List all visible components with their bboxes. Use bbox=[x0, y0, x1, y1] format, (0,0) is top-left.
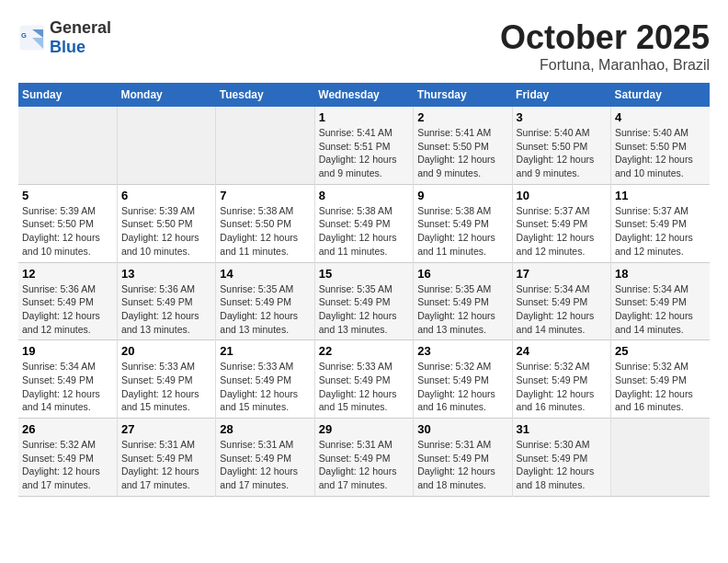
day-info: Sunrise: 5:40 AMSunset: 5:50 PMDaylight:… bbox=[615, 126, 706, 180]
day-number: 25 bbox=[615, 344, 706, 358]
week-row-5: 26Sunrise: 5:32 AMSunset: 5:49 PMDayligh… bbox=[18, 419, 710, 497]
day-info: Sunrise: 5:31 AMSunset: 5:49 PMDaylight:… bbox=[319, 438, 409, 492]
calendar-cell bbox=[117, 107, 215, 184]
calendar-cell: 3Sunrise: 5:40 AMSunset: 5:50 PMDaylight… bbox=[512, 107, 610, 184]
day-number: 6 bbox=[121, 189, 211, 202]
day-number: 27 bbox=[121, 422, 211, 436]
day-number: 22 bbox=[319, 344, 409, 358]
day-number: 23 bbox=[417, 344, 507, 358]
day-info: Sunrise: 5:31 AMSunset: 5:49 PMDaylight:… bbox=[121, 438, 211, 492]
weekday-header-friday: Friday bbox=[512, 83, 610, 107]
logo-text: General Blue bbox=[50, 18, 111, 57]
calendar-cell: 6Sunrise: 5:39 AMSunset: 5:50 PMDaylight… bbox=[117, 184, 215, 262]
day-number: 17 bbox=[517, 267, 607, 281]
day-info: Sunrise: 5:32 AMSunset: 5:49 PMDaylight:… bbox=[22, 438, 113, 492]
weekday-header-tuesday: Tuesday bbox=[216, 83, 314, 107]
calendar-cell: 29Sunrise: 5:31 AMSunset: 5:49 PMDayligh… bbox=[314, 419, 413, 497]
day-info: Sunrise: 5:32 AMSunset: 5:49 PMDaylight:… bbox=[615, 360, 706, 414]
calendar-cell: 7Sunrise: 5:38 AMSunset: 5:50 PMDaylight… bbox=[216, 184, 314, 262]
day-number: 4 bbox=[615, 110, 706, 124]
calendar-cell: 12Sunrise: 5:36 AMSunset: 5:49 PMDayligh… bbox=[18, 262, 117, 340]
weekday-header-row: SundayMondayTuesdayWednesdayThursdayFrid… bbox=[18, 83, 710, 107]
day-info: Sunrise: 5:41 AMSunset: 5:51 PMDaylight:… bbox=[319, 126, 409, 180]
day-number: 15 bbox=[319, 267, 409, 281]
day-info: Sunrise: 5:36 AMSunset: 5:49 PMDaylight:… bbox=[22, 282, 113, 337]
calendar-cell: 1Sunrise: 5:41 AMSunset: 5:51 PMDaylight… bbox=[314, 107, 413, 184]
day-number: 20 bbox=[121, 344, 211, 358]
day-info: Sunrise: 5:36 AMSunset: 5:49 PMDaylight:… bbox=[121, 282, 211, 337]
day-info: Sunrise: 5:31 AMSunset: 5:49 PMDaylight:… bbox=[220, 438, 310, 492]
day-info: Sunrise: 5:34 AMSunset: 5:49 PMDaylight:… bbox=[615, 282, 706, 337]
weekday-header-wednesday: Wednesday bbox=[314, 83, 413, 107]
calendar-table: SundayMondayTuesdayWednesdayThursdayFrid… bbox=[18, 83, 710, 497]
day-info: Sunrise: 5:39 AMSunset: 5:50 PMDaylight:… bbox=[22, 204, 113, 259]
day-number: 11 bbox=[615, 189, 706, 202]
calendar-cell bbox=[216, 107, 314, 184]
day-info: Sunrise: 5:35 AMSunset: 5:49 PMDaylight:… bbox=[319, 282, 409, 337]
day-info: Sunrise: 5:31 AMSunset: 5:49 PMDaylight:… bbox=[417, 438, 507, 492]
weekday-header-sunday: Sunday bbox=[18, 83, 117, 107]
day-info: Sunrise: 5:34 AMSunset: 5:49 PMDaylight:… bbox=[517, 282, 607, 337]
calendar-cell: 21Sunrise: 5:33 AMSunset: 5:49 PMDayligh… bbox=[216, 340, 314, 419]
calendar-cell: 13Sunrise: 5:36 AMSunset: 5:49 PMDayligh… bbox=[117, 262, 215, 340]
day-info: Sunrise: 5:37 AMSunset: 5:49 PMDaylight:… bbox=[517, 204, 607, 259]
week-row-2: 5Sunrise: 5:39 AMSunset: 5:50 PMDaylight… bbox=[18, 184, 710, 262]
calendar-cell: 16Sunrise: 5:35 AMSunset: 5:49 PMDayligh… bbox=[414, 262, 512, 340]
day-info: Sunrise: 5:33 AMSunset: 5:49 PMDaylight:… bbox=[121, 360, 211, 414]
day-number: 29 bbox=[319, 422, 409, 436]
day-number: 19 bbox=[22, 344, 113, 358]
calendar-cell: 18Sunrise: 5:34 AMSunset: 5:49 PMDayligh… bbox=[611, 262, 710, 340]
day-info: Sunrise: 5:40 AMSunset: 5:50 PMDaylight:… bbox=[517, 126, 607, 180]
calendar-cell bbox=[611, 419, 710, 497]
location: Fortuna, Maranhao, Brazil bbox=[500, 57, 710, 74]
logo-general: General bbox=[50, 18, 111, 37]
day-info: Sunrise: 5:30 AMSunset: 5:49 PMDaylight:… bbox=[517, 438, 607, 492]
day-info: Sunrise: 5:35 AMSunset: 5:49 PMDaylight:… bbox=[220, 282, 310, 337]
day-number: 9 bbox=[417, 189, 507, 202]
day-info: Sunrise: 5:41 AMSunset: 5:50 PMDaylight:… bbox=[417, 126, 507, 180]
logo-blue: Blue bbox=[50, 38, 85, 56]
week-row-1: 1Sunrise: 5:41 AMSunset: 5:51 PMDaylight… bbox=[18, 107, 710, 184]
calendar-cell: 26Sunrise: 5:32 AMSunset: 5:49 PMDayligh… bbox=[18, 419, 117, 497]
month-title: October 2025 bbox=[500, 18, 710, 57]
calendar-cell: 30Sunrise: 5:31 AMSunset: 5:49 PMDayligh… bbox=[414, 419, 512, 497]
calendar-cell: 15Sunrise: 5:35 AMSunset: 5:49 PMDayligh… bbox=[314, 262, 413, 340]
day-number: 26 bbox=[22, 422, 113, 436]
day-info: Sunrise: 5:38 AMSunset: 5:49 PMDaylight:… bbox=[417, 204, 507, 259]
calendar-cell: 14Sunrise: 5:35 AMSunset: 5:49 PMDayligh… bbox=[216, 262, 314, 340]
calendar-cell: 22Sunrise: 5:33 AMSunset: 5:49 PMDayligh… bbox=[314, 340, 413, 419]
week-row-4: 19Sunrise: 5:34 AMSunset: 5:49 PMDayligh… bbox=[18, 340, 710, 419]
day-number: 10 bbox=[517, 189, 607, 202]
calendar-cell: 11Sunrise: 5:37 AMSunset: 5:49 PMDayligh… bbox=[611, 184, 710, 262]
weekday-header-thursday: Thursday bbox=[414, 83, 512, 107]
day-info: Sunrise: 5:38 AMSunset: 5:49 PMDaylight:… bbox=[319, 204, 409, 259]
day-number: 1 bbox=[319, 110, 409, 124]
calendar-cell: 10Sunrise: 5:37 AMSunset: 5:49 PMDayligh… bbox=[512, 184, 610, 262]
calendar-cell: 9Sunrise: 5:38 AMSunset: 5:49 PMDaylight… bbox=[414, 184, 512, 262]
day-info: Sunrise: 5:37 AMSunset: 5:49 PMDaylight:… bbox=[615, 204, 706, 259]
calendar-cell: 25Sunrise: 5:32 AMSunset: 5:49 PMDayligh… bbox=[611, 340, 710, 419]
day-info: Sunrise: 5:35 AMSunset: 5:49 PMDaylight:… bbox=[417, 282, 507, 337]
weekday-header-monday: Monday bbox=[117, 83, 215, 107]
day-number: 5 bbox=[22, 189, 113, 202]
day-number: 7 bbox=[220, 189, 310, 202]
day-number: 12 bbox=[22, 267, 113, 281]
day-info: Sunrise: 5:33 AMSunset: 5:49 PMDaylight:… bbox=[220, 360, 310, 414]
weekday-header-saturday: Saturday bbox=[611, 83, 710, 107]
calendar-cell: 31Sunrise: 5:30 AMSunset: 5:49 PMDayligh… bbox=[512, 419, 610, 497]
title-block: October 2025 Fortuna, Maranhao, Brazil bbox=[500, 18, 710, 74]
calendar-cell: 28Sunrise: 5:31 AMSunset: 5:49 PMDayligh… bbox=[216, 419, 314, 497]
svg-text:G: G bbox=[21, 31, 27, 40]
calendar-cell: 24Sunrise: 5:32 AMSunset: 5:49 PMDayligh… bbox=[512, 340, 610, 419]
day-number: 8 bbox=[319, 189, 409, 202]
day-number: 30 bbox=[417, 422, 507, 436]
calendar-cell: 4Sunrise: 5:40 AMSunset: 5:50 PMDaylight… bbox=[611, 107, 710, 184]
calendar-cell: 23Sunrise: 5:32 AMSunset: 5:49 PMDayligh… bbox=[414, 340, 512, 419]
calendar-cell: 8Sunrise: 5:38 AMSunset: 5:49 PMDaylight… bbox=[314, 184, 413, 262]
day-number: 24 bbox=[517, 344, 607, 358]
day-number: 13 bbox=[121, 267, 211, 281]
day-info: Sunrise: 5:33 AMSunset: 5:49 PMDaylight:… bbox=[319, 360, 409, 414]
day-info: Sunrise: 5:32 AMSunset: 5:49 PMDaylight:… bbox=[517, 360, 607, 414]
day-number: 14 bbox=[220, 267, 310, 281]
day-number: 28 bbox=[220, 422, 310, 436]
